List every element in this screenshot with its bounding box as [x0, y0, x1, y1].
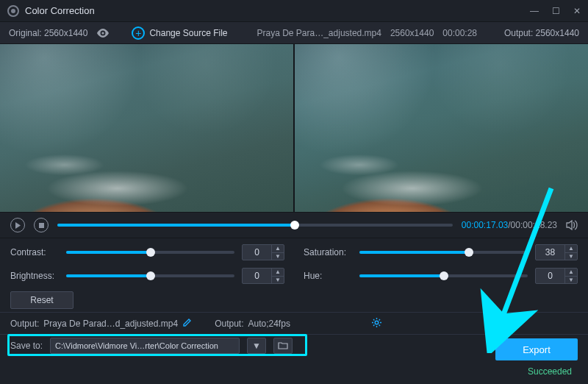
edit-output-name-icon[interactable]	[182, 317, 193, 330]
play-button[interactable]	[10, 218, 25, 232]
current-time: 00:00:17.03	[462, 220, 508, 230]
hue-row: Hue: 0 ▲▼	[304, 268, 578, 284]
output-settings-icon[interactable]	[371, 317, 382, 330]
change-source-button[interactable]: + Change Source File	[132, 26, 227, 40]
output-file-label: Output:	[10, 319, 39, 329]
original-resolution: Original: 2560x1440	[9, 28, 87, 38]
change-source-label: Change Source File	[149, 28, 227, 38]
close-button[interactable]: ✕	[573, 6, 581, 16]
stepper-up-icon[interactable]: ▲	[272, 245, 284, 253]
contrast-label: Contrast:	[10, 247, 59, 257]
output-format-value: Auto;24fps	[248, 319, 290, 329]
source-filename: Praya De Para…_adjusted.mp4	[257, 28, 381, 38]
output-filename: Praya De Parad…d_adjusted.mp4	[43, 319, 178, 329]
brightness-label: Brightness:	[10, 271, 59, 281]
time-display: 00:00:17.03/00:00:28.23	[462, 220, 557, 230]
saturation-value-input[interactable]: 38 ▲▼	[535, 244, 578, 260]
output-format-label: Output:	[215, 319, 243, 329]
stepper-down-icon[interactable]: ▼	[565, 277, 577, 284]
app-logo-icon	[7, 5, 19, 17]
save-path-dropdown[interactable]: ▼	[247, 338, 266, 354]
adjusted-preview	[295, 44, 588, 212]
minimize-button[interactable]: —	[530, 6, 539, 16]
status-text: Succeeded	[528, 366, 572, 377]
contrast-slider[interactable]	[66, 251, 234, 254]
title-bar: Color Correction — ☐ ✕	[0, 0, 588, 22]
stepper-up-icon[interactable]: ▲	[272, 269, 284, 277]
stepper-up-icon[interactable]: ▲	[565, 269, 577, 277]
svg-point-0	[102, 32, 104, 34]
brightness-row: Brightness: 0 ▲▼	[10, 268, 284, 284]
window-title: Color Correction	[25, 5, 95, 16]
preview-toggle-icon[interactable]	[96, 29, 110, 38]
export-button[interactable]: Export	[495, 338, 578, 360]
saturation-row: Saturation: 38 ▲▼	[304, 244, 578, 260]
volume-icon[interactable]	[566, 220, 578, 230]
source-duration: 00:00:28	[442, 28, 477, 38]
svg-point-2	[375, 321, 379, 324]
hue-label: Hue:	[304, 271, 352, 281]
total-time: 00:00:28.23	[511, 220, 557, 230]
stepper-down-icon[interactable]: ▼	[565, 253, 577, 260]
source-resolution: 2560x1440	[390, 28, 434, 38]
hue-value-input[interactable]: 0 ▲▼	[535, 268, 578, 284]
info-bar: Original: 2560x1440 + Change Source File…	[0, 22, 588, 44]
playback-bar: 00:00:17.03/00:00:28.23	[0, 212, 588, 238]
brightness-value-input[interactable]: 0 ▲▼	[242, 268, 284, 284]
stepper-down-icon[interactable]: ▼	[272, 253, 284, 260]
reset-button[interactable]: Reset	[10, 291, 74, 309]
save-to-label: Save to:	[10, 341, 43, 351]
adjustments-panel: Contrast: 0 ▲▼ Saturation: 38 ▲▼ Brightn…	[0, 238, 588, 312]
plus-icon: +	[132, 26, 145, 40]
output-resolution: Output: 2560x1440	[504, 28, 579, 38]
output-info-row: Output: Praya De Parad…d_adjusted.mp4 Ou…	[0, 312, 588, 334]
stepper-down-icon[interactable]: ▼	[272, 277, 284, 284]
contrast-row: Contrast: 0 ▲▼	[10, 244, 284, 260]
original-preview	[0, 44, 293, 212]
saturation-slider[interactable]	[359, 251, 528, 254]
brightness-slider[interactable]	[66, 274, 234, 277]
hue-slider[interactable]	[359, 274, 528, 277]
maximize-button[interactable]: ☐	[552, 6, 560, 16]
stop-button[interactable]	[34, 218, 49, 232]
open-folder-button[interactable]	[273, 338, 293, 354]
stepper-up-icon[interactable]: ▲	[565, 245, 577, 253]
svg-rect-1	[39, 223, 44, 228]
timeline-slider[interactable]	[57, 224, 453, 227]
saturation-label: Saturation:	[304, 247, 352, 257]
contrast-value-input[interactable]: 0 ▲▼	[242, 244, 284, 260]
save-path-field[interactable]: C:\Vidmore\Vidmore Vi…rter\Color Correct…	[50, 338, 240, 354]
preview-area	[0, 44, 588, 212]
